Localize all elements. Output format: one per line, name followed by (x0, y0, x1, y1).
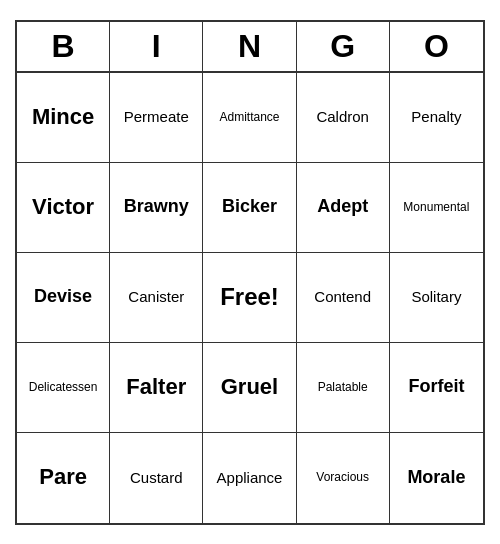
bingo-cell: Monumental (390, 163, 483, 253)
bingo-cell: Brawny (110, 163, 203, 253)
cell-text: Adept (317, 196, 368, 218)
cell-text: Monumental (403, 200, 469, 214)
cell-text: Solitary (411, 288, 461, 306)
cell-text: Brawny (124, 196, 189, 218)
cell-text: Pare (39, 464, 87, 490)
bingo-cell: Voracious (297, 433, 390, 523)
cell-text: Victor (32, 194, 94, 220)
bingo-cell: Free! (203, 253, 296, 343)
header-letter: I (110, 22, 203, 71)
bingo-cell: Palatable (297, 343, 390, 433)
bingo-cell: Bicker (203, 163, 296, 253)
cell-text: Palatable (318, 380, 368, 394)
bingo-cell: Caldron (297, 73, 390, 163)
cell-text: Caldron (316, 108, 369, 126)
header-letter: O (390, 22, 483, 71)
bingo-cell: Penalty (390, 73, 483, 163)
cell-text: Voracious (316, 470, 369, 484)
cell-text: Admittance (219, 110, 279, 124)
cell-text: Contend (314, 288, 371, 306)
cell-text: Morale (407, 467, 465, 489)
bingo-card: BINGO MincePermeateAdmittanceCaldronPena… (15, 20, 485, 525)
bingo-cell: Custard (110, 433, 203, 523)
bingo-cell: Contend (297, 253, 390, 343)
bingo-cell: Devise (17, 253, 110, 343)
cell-text: Forfeit (408, 376, 464, 398)
header-letter: G (297, 22, 390, 71)
bingo-cell: Admittance (203, 73, 296, 163)
cell-text: Custard (130, 469, 183, 487)
bingo-cell: Appliance (203, 433, 296, 523)
cell-text: Appliance (217, 469, 283, 487)
cell-text: Free! (220, 283, 279, 311)
bingo-cell: Gruel (203, 343, 296, 433)
cell-text: Bicker (222, 196, 277, 218)
bingo-cell: Delicatessen (17, 343, 110, 433)
bingo-cell: Canister (110, 253, 203, 343)
bingo-cell: Pare (17, 433, 110, 523)
cell-text: Falter (126, 374, 186, 400)
header-letter: N (203, 22, 296, 71)
bingo-cell: Forfeit (390, 343, 483, 433)
header-letter: B (17, 22, 110, 71)
bingo-cell: Adept (297, 163, 390, 253)
cell-text: Penalty (411, 108, 461, 126)
bingo-cell: Morale (390, 433, 483, 523)
cell-text: Mince (32, 104, 94, 130)
bingo-grid: MincePermeateAdmittanceCaldronPenaltyVic… (17, 73, 483, 523)
cell-text: Delicatessen (29, 380, 98, 394)
bingo-cell: Falter (110, 343, 203, 433)
cell-text: Devise (34, 286, 92, 308)
bingo-cell: Mince (17, 73, 110, 163)
bingo-header: BINGO (17, 22, 483, 73)
bingo-cell: Permeate (110, 73, 203, 163)
cell-text: Gruel (221, 374, 278, 400)
bingo-cell: Victor (17, 163, 110, 253)
cell-text: Canister (128, 288, 184, 306)
bingo-cell: Solitary (390, 253, 483, 343)
cell-text: Permeate (124, 108, 189, 126)
